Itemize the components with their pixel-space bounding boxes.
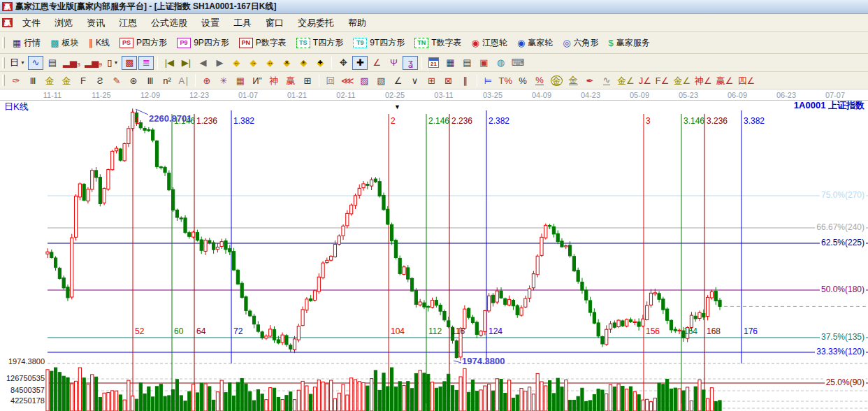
tool-comb-plain-button[interactable]: Ⅲ [143,73,158,87]
pattern-grid-button[interactable]: ▩ [122,56,137,70]
angle-measure-button[interactable]: ∠ [369,56,384,70]
tool-angle-mirror-button[interactable]: A∣ [176,73,191,87]
tool-angle-four-button[interactable]: 四∠ [736,73,756,87]
tool-angle-shen-button[interactable]: 神∠ [693,73,714,87]
pan-hand-button[interactable]: ✥ [335,56,351,70]
menu-item-5[interactable]: 公式选股 [144,14,194,31]
gann-shape-button[interactable]: Ψ [386,56,401,70]
tool-red-grid-1-button[interactable]: ⊞ [424,73,440,87]
save-button[interactable]: ▣ [476,56,491,70]
tool-cycle-circle-button[interactable]: ⊛ [126,73,141,87]
t-number-table-button[interactable]: TNT数字表 [410,34,466,51]
zoom-reset-button[interactable]: ◆✕ [279,56,294,70]
p-square-button[interactable]: PSP四方形 [115,34,172,51]
tool-pen-measure-button[interactable]: ✎ [109,73,124,87]
sectors-button[interactable]: ▩板块 [45,34,83,51]
info-panel-button[interactable]: ▤ [45,56,60,70]
tool-shen-comb-button[interactable]: 神 [266,73,282,87]
shift-left-button[interactable]: ◆← [229,56,244,70]
tool-wave-av-button[interactable]: ∿ [599,73,614,87]
calculator-button[interactable]: ▦ [442,56,458,70]
tool-wave-mark-button[interactable]: И” [249,73,265,87]
tool-percent-red-button[interactable]: % [532,73,547,87]
jump-first-button[interactable]: |◀ [161,56,177,70]
menu-item-3[interactable]: 资讯 [80,14,112,31]
menu-logo-icon[interactable]: 赢 [2,18,13,27]
candle-style-button[interactable]: ▯▼ [105,56,120,70]
menu-item-10[interactable]: 帮助 [341,14,373,31]
tool-fib-comb-button[interactable]: F [75,73,91,87]
shift-right-button[interactable]: ◆→ [245,56,261,70]
tool-gold-underline-button[interactable]: 金 [565,73,581,87]
kline-button[interactable]: ∥K线 [84,34,115,51]
volume-profile-button[interactable]: ≣ [138,56,154,70]
tool-gold-comb-2-button[interactable]: 金 [59,73,74,87]
tool-spiral-button[interactable]: Ƨ [92,73,108,87]
candle-body [455,341,458,358]
volume-pane-3-button[interactable]: ▂▅₃ [62,56,82,70]
tool-angle-j-button[interactable]: J∠ [637,73,653,87]
tool-target-red-button[interactable]: ⊕ [199,73,215,87]
title-bar[interactable]: 赢 赢家江恩专业版[赢家内部服务平台] - [上证指数 SH1A0001-167… [0,0,868,14]
tool-angle-f-button[interactable]: F∠ [654,73,671,87]
tool-red-grid-2-button[interactable]: ⊠ [441,73,456,87]
freehand-draw-button[interactable]: ʓ [403,56,418,70]
chart-canvas[interactable] [0,89,868,411]
9t-square-button[interactable]: T99T四方形 [348,34,410,51]
period-day-selector-button[interactable]: 日▼ [8,56,27,70]
tool-angle-gold-button[interactable]: 金∠ [672,73,692,87]
notepad-button[interactable]: ▤ [459,56,475,70]
p-number-table-button[interactable]: PNP数字表 [234,34,291,51]
tool-grid-box-button[interactable]: ▦ [233,73,248,87]
hexagon-button[interactable]: ◎六角形 [558,34,603,51]
tool-parallel-button[interactable]: ∥ [458,73,473,87]
volume-pane-9-button[interactable]: ▂▅₉ [83,56,103,70]
tool-percent-button[interactable]: % [515,73,530,87]
tool-ladder-button[interactable]: ⊨ [481,73,496,87]
tool-gold-angle-button[interactable]: 金∠ [616,73,636,87]
tool-time-comb-button[interactable]: Ⅲ [25,73,41,87]
winner-service-button[interactable]: $赢家服务 [604,34,655,51]
zoom-fit-button[interactable]: ◆✚ [312,56,328,70]
9p-square-button[interactable]: P99P四方形 [172,34,234,51]
menu-item-7[interactable]: 工具 [226,14,259,31]
tool-dark-grid-button[interactable]: ▧ [374,73,389,87]
gann-wheel-button[interactable]: ◉江恩轮 [467,34,512,51]
menu-item-8[interactable]: 窗口 [259,14,291,31]
t-square-button[interactable]: TST四方形 [291,34,348,51]
tool-gold-comb-1-button[interactable]: 金 [42,73,57,87]
tool-gold-circle-button[interactable]: 金 [549,73,564,87]
zoom-horizontal-button[interactable]: ◆↔ [262,56,277,70]
zoom-all-button[interactable]: ◆✳ [296,56,311,70]
menu-item-6[interactable]: 设置 [194,14,226,31]
jump-last-button[interactable]: ▶| [178,56,194,70]
tool-eraser-knife-button[interactable]: ✑ [8,73,24,87]
candle-body [281,335,284,342]
quotes-button[interactable]: ▦行情 [8,34,45,51]
tool-web-purple-button[interactable]: ✳ [216,73,231,87]
zigzag-overlay-button[interactable]: ∿ [28,56,43,70]
tool-n-square-button[interactable]: n² [159,73,175,87]
tool-ying-comb-button[interactable]: 赢 [283,73,298,87]
tool-trend-angle-button[interactable]: ∠ [391,73,406,87]
menu-item-4[interactable]: 江恩 [112,14,144,31]
menu-item-2[interactable]: 浏览 [48,14,80,31]
tool-fan-lines-button[interactable]: ⋘ [340,73,356,87]
tool-grid-123-button[interactable]: ⊞ [300,73,315,87]
tool-vee-button[interactable]: ∨ [407,73,423,87]
winner-wheel-button[interactable]: ◉赢家轮 [512,34,558,51]
menu-item-1[interactable]: 文件 [15,14,48,31]
web-update-button[interactable]: ◍ [493,56,508,70]
menu-item-9[interactable]: 交易委托 [291,14,341,31]
tool-purple-grid-button[interactable]: ▨ [357,73,372,87]
remote-pc-button[interactable]: ⌨ [509,56,526,70]
tool-box-select-button[interactable]: 回 [323,73,338,87]
tool-angle-ying-button[interactable]: 赢∠ [715,73,735,87]
crosshair-button[interactable]: ✚ [352,56,368,70]
step-back-button[interactable]: ◀ [195,56,210,70]
calendar-button[interactable]: 21 [426,56,441,70]
tool-t-percent-button[interactable]: T% [498,73,514,87]
tool-brush-button[interactable]: ✒ [582,73,598,87]
step-forward-button[interactable]: ▶ [212,56,227,70]
chart-area[interactable]: 日K线 1A0001 上证指数 ▼ 11-1111-2512-0912-2301… [0,89,868,411]
